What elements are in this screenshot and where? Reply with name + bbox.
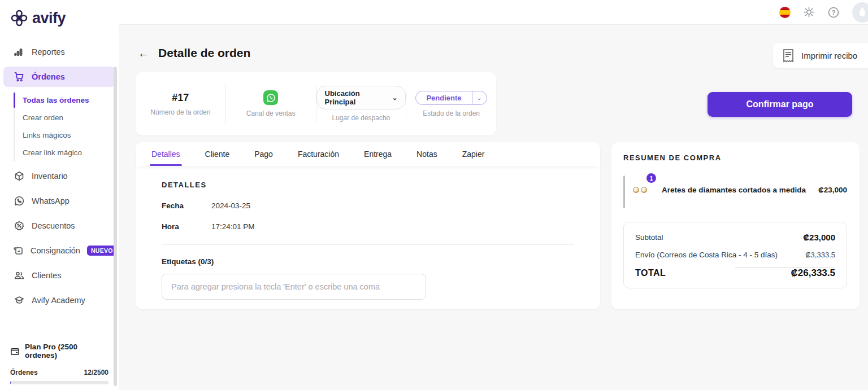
- academy-icon: [14, 295, 25, 305]
- order-number: #17: [172, 92, 189, 104]
- sidebar-item-clientes[interactable]: Clientes: [3, 265, 115, 286]
- sidebar-item-descuentos[interactable]: Descuentos: [3, 216, 115, 236]
- sidebar-item-label: Inventario: [32, 172, 68, 181]
- fecha-label: Fecha: [162, 201, 211, 210]
- brand-logo[interactable]: avify: [0, 0, 119, 27]
- shipping-label: Envío (Correos de Costa Rica - 4 - 5 día…: [635, 251, 778, 259]
- whatsapp-channel-icon: [263, 90, 278, 105]
- plan-usage-value: 12/2500: [84, 369, 108, 376]
- sidebar-item-ordenes[interactable]: Órdenes: [3, 67, 115, 87]
- chevron-down-icon: ⌄: [392, 94, 397, 102]
- discount-icon: [14, 221, 25, 231]
- sidebar-item-label: Consignación: [31, 246, 80, 255]
- whatsapp-icon: [14, 196, 25, 206]
- subnav-todas-las-ordenes[interactable]: Todas las órdenes: [0, 91, 119, 109]
- language-flag-icon[interactable]: [779, 7, 791, 18]
- consignment-icon: [14, 246, 24, 256]
- help-icon[interactable]: ?: [827, 6, 840, 19]
- tab-entrega[interactable]: Entrega: [364, 142, 392, 166]
- total-value: ₡26,333.5: [791, 268, 835, 279]
- hora-label: Hora: [162, 222, 211, 231]
- tab-pago[interactable]: Pago: [254, 142, 273, 166]
- order-number-label: Número de la orden: [150, 108, 210, 116]
- sidebar-nav: Reportes Órdenes Todas las órdenes Crear…: [0, 42, 119, 310]
- item-name: Aretes de diamantes cortados a medida: [662, 186, 818, 194]
- sidebar-item-label: Descuentos: [32, 221, 75, 230]
- hora-row: Hora 17:24:01 PM: [162, 222, 574, 231]
- confirm-payment-button[interactable]: Confirmar pago: [708, 92, 852, 117]
- plan-section: Plan Pro (2500 órdenes) Órdenes 12/2500: [0, 343, 119, 384]
- receipt-icon: [782, 49, 795, 63]
- location-select[interactable]: Ubicación Principal ⌄: [316, 86, 406, 109]
- order-detail-card: Detalles Cliente Pago Facturación Entreg…: [136, 142, 600, 309]
- wallet-icon: [10, 347, 20, 356]
- sidebar-item-label: Clientes: [32, 271, 61, 280]
- subnav-crear-orden[interactable]: Crear orden: [0, 109, 119, 126]
- subnav-label: Todas las órdenes: [23, 96, 89, 104]
- summary-heading: RESUMEN DE COMPRA: [623, 154, 847, 162]
- status-select[interactable]: Pendiente ⌄: [415, 91, 487, 105]
- sidebar: avify Reportes Órdenes Todas las órdenes…: [0, 0, 119, 390]
- tags-input[interactable]: [162, 274, 426, 300]
- subtotal-row: Subtotal ₡23,000: [635, 233, 835, 242]
- page-title: Detalle de orden: [158, 46, 250, 60]
- shipping-value: ₡3,333.5: [805, 251, 835, 259]
- print-receipt-label: Imprimir recibo: [801, 51, 857, 60]
- details-divider: [162, 244, 574, 245]
- order-number-block: #17 Número de la orden: [136, 84, 225, 124]
- fecha-value: 2024-03-25: [211, 201, 250, 210]
- subnav-label: Crear orden: [23, 113, 63, 122]
- tab-detalles[interactable]: Detalles: [151, 142, 180, 166]
- sidebar-item-label: WhatsApp: [32, 196, 70, 205]
- hora-value: 17:24:01 PM: [211, 222, 255, 231]
- tab-cliente[interactable]: Cliente: [205, 142, 230, 166]
- sidebar-item-inventario[interactable]: Inventario: [3, 166, 115, 186]
- topbar: ?: [119, 0, 868, 25]
- plan-title: Plan Pro (2500 órdenes): [25, 343, 108, 360]
- settings-gear-icon[interactable]: [803, 6, 815, 18]
- brand-name: avify: [32, 10, 66, 27]
- sidebar-item-label: Avify Academy: [32, 296, 85, 305]
- sidebar-item-reportes[interactable]: Reportes: [3, 42, 115, 62]
- dispatch-location-block: Ubicación Principal ⌄ Lugar de despacho: [316, 84, 406, 124]
- sidebar-item-label: Reportes: [32, 47, 65, 56]
- detail-tabs: Detalles Cliente Pago Facturación Entreg…: [136, 142, 600, 166]
- earring-image: [641, 187, 647, 193]
- print-receipt-button[interactable]: Imprimir recibo: [773, 43, 868, 68]
- tab-facturacion[interactable]: Facturación: [298, 142, 339, 166]
- status-value: Pendiente: [416, 91, 471, 104]
- sidebar-item-avify-academy[interactable]: Avify Academy: [3, 290, 115, 310]
- svg-text:?: ?: [832, 9, 836, 16]
- items-scrollbar[interactable]: [623, 176, 625, 208]
- details-panel: DETALLES Fecha 2024-03-25 Hora 17:24:01 …: [136, 166, 600, 300]
- avify-flower-icon: [10, 9, 28, 27]
- subnav-crear-link-magico[interactable]: Crear link mágico: [0, 144, 119, 161]
- sidebar-item-label: Órdenes: [32, 72, 65, 81]
- sidebar-item-whatsapp[interactable]: WhatsApp: [3, 191, 115, 211]
- plan-progress-bar: [10, 381, 108, 384]
- sidebar-scrollbar[interactable]: [114, 67, 117, 386]
- summary-item-row: 1 Aretes de diamantes cortados a medida …: [623, 180, 847, 199]
- order-status-block: Pendiente ⌄ Estado de la orden: [406, 84, 496, 124]
- purchase-summary-card: RESUMEN DE COMPRA 1 Aretes de diamantes …: [611, 142, 860, 309]
- users-icon: [14, 270, 25, 281]
- total-row: TOTAL ₡26,333.5: [635, 268, 835, 279]
- plan-progress-fill: [10, 381, 11, 384]
- tab-notas[interactable]: Notas: [416, 142, 437, 166]
- shipping-row: Envío (Correos de Costa Rica - 4 - 5 día…: [635, 251, 835, 259]
- tab-zapier[interactable]: Zapier: [462, 142, 485, 166]
- back-arrow-icon[interactable]: ←: [138, 47, 149, 59]
- user-avatar[interactable]: [852, 2, 868, 23]
- sidebar-item-consignacion[interactable]: Consignación NUEVO: [3, 240, 115, 261]
- nuevo-badge: NUEVO: [87, 246, 117, 256]
- item-thumbnail: 1: [629, 180, 650, 199]
- order-status-label: Estado de la orden: [423, 109, 480, 117]
- sales-channel-block: Canal de ventas: [225, 84, 316, 124]
- dispatch-location-label: Lugar de despacho: [332, 114, 390, 122]
- total-label: TOTAL: [635, 268, 666, 278]
- details-heading: DETALLES: [162, 181, 574, 189]
- subnav-links-magicos[interactable]: Links mágicos: [0, 126, 119, 144]
- plan-usage-label: Órdenes: [10, 369, 38, 376]
- order-info-card: #17 Número de la orden Canal de ventas U…: [136, 72, 496, 135]
- chevron-down-icon: ⌄: [472, 91, 487, 104]
